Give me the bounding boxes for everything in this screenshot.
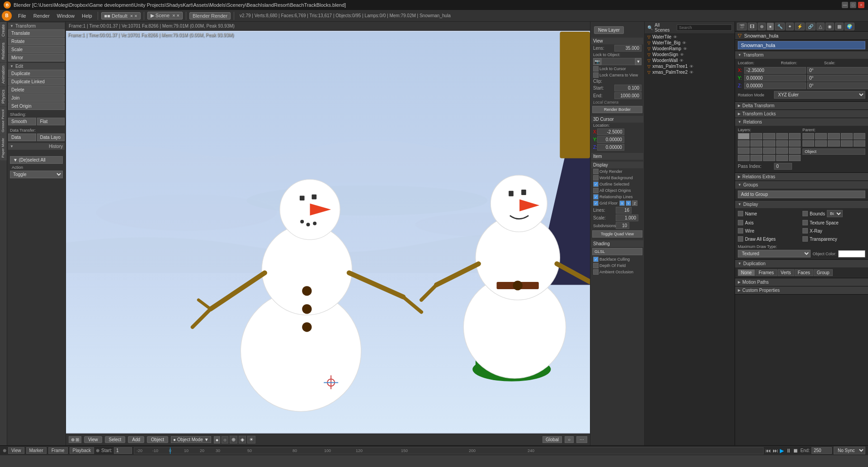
texture-props-btn[interactable]: ▩ xyxy=(835,23,844,30)
layer-1[interactable] xyxy=(738,133,750,139)
backface-culling-cb[interactable]: ✓ xyxy=(593,257,599,262)
outliner-item-palmtree2[interactable]: ▽ xmas_PalmTree2 👁 xyxy=(645,69,735,75)
edit-header[interactable]: Edit xyxy=(8,63,65,70)
3d-viewport[interactable]: Z X Frame:1 | Time:00:01.37 | Ve:10701 F… xyxy=(66,31,590,434)
parent-layer-9[interactable] xyxy=(841,140,853,147)
object-props-btn[interactable]: ● xyxy=(767,23,774,30)
timeline-ruler[interactable]: -20 -10 0 10 20 30 50 80 100 120 150 200… xyxy=(134,447,764,454)
physics-props-btn[interactable]: ⚡ xyxy=(795,23,805,30)
menu-help[interactable]: Help xyxy=(78,12,96,19)
3d-cursor-header[interactable]: 3D Cursor xyxy=(591,116,643,123)
solid-icon[interactable]: ● xyxy=(214,436,221,443)
scene-badge[interactable]: ▶ Scene × × xyxy=(147,12,183,19)
rot-x-input[interactable] xyxy=(807,67,868,74)
name-cb[interactable] xyxy=(738,211,743,216)
parent-field[interactable]: Object xyxy=(802,148,865,155)
parent-layer-8[interactable] xyxy=(828,140,840,147)
material-props-btn[interactable]: ◉ xyxy=(826,23,834,30)
mode-selector[interactable]: ● Object Mode ▼ xyxy=(171,436,211,443)
outline-selected-cb[interactable]: ✓ xyxy=(593,181,599,187)
world-props-btn[interactable]: 🌍 xyxy=(844,23,854,30)
data-props-btn[interactable]: △ xyxy=(816,23,825,30)
axis-cb[interactable] xyxy=(738,220,743,225)
grid-floor-cb[interactable]: ✓ xyxy=(593,200,599,206)
layer-12[interactable] xyxy=(750,148,762,154)
bounds-type-select[interactable]: Box xyxy=(827,210,843,217)
frame-menu-tl[interactable]: Frame xyxy=(48,447,68,454)
axis-y-cb[interactable]: Y xyxy=(626,200,631,206)
outliner-item-woodenwall[interactable]: ▽ WoodenWall 👁 xyxy=(645,57,735,63)
draw-type-select[interactable]: Textured xyxy=(738,250,811,257)
start-frame-input[interactable] xyxy=(114,447,132,454)
lines-input[interactable] xyxy=(616,207,632,214)
display-header[interactable]: Display xyxy=(735,200,868,208)
translate-btn[interactable]: Translate xyxy=(8,29,65,37)
rendered-icon[interactable]: ☀ xyxy=(247,436,255,443)
relationship-lines-cb[interactable]: ✓ xyxy=(593,194,599,200)
transform-header[interactable]: Transform xyxy=(8,23,65,29)
outliner-item-watertile[interactable]: ▽ WaterTile 👁 xyxy=(645,34,735,40)
scale-input[interactable] xyxy=(616,214,638,221)
loc-x-input[interactable] xyxy=(744,67,806,74)
transparency-cb[interactable] xyxy=(802,236,808,242)
snap-toggle[interactable]: ⋯ xyxy=(576,436,587,443)
scale-btn[interactable]: Scale xyxy=(8,46,65,53)
history-header[interactable]: History xyxy=(8,143,65,150)
action-select[interactable]: Toggle xyxy=(10,171,63,178)
deselect-all-btn[interactable]: ▼ (De)select All xyxy=(10,156,63,164)
close-btn[interactable]: × xyxy=(858,2,864,8)
texture-space-cb[interactable] xyxy=(802,220,808,225)
marker-menu-tl[interactable]: Marker xyxy=(26,447,47,454)
dup-verts-tab[interactable]: Verts xyxy=(778,269,794,276)
object-name-field[interactable] xyxy=(738,41,865,49)
frame-step-back-icon[interactable]: ⏮ xyxy=(765,448,771,454)
woodensign-eye[interactable]: 👁 xyxy=(680,52,684,57)
layer-18[interactable] xyxy=(763,155,775,161)
only-render-cb[interactable] xyxy=(593,169,599,174)
menu-render[interactable]: Render xyxy=(30,12,53,19)
render-border-btn[interactable]: Render Border xyxy=(592,106,642,113)
texture-icon[interactable]: ⊕ xyxy=(230,436,237,443)
view-menu-btn[interactable]: View xyxy=(84,436,102,443)
menu-file[interactable]: File xyxy=(14,12,30,19)
end-clip-input[interactable] xyxy=(614,92,642,99)
add-menu-btn[interactable]: Add xyxy=(128,436,144,443)
parent-layer-3[interactable] xyxy=(828,133,840,139)
item-header[interactable]: Item xyxy=(591,153,643,160)
wire-cb[interactable] xyxy=(738,228,743,234)
tab-relations[interactable]: Relations xyxy=(0,40,7,62)
tab-grease-pencil[interactable]: Grease Pencil xyxy=(0,107,7,135)
outliner-search[interactable] xyxy=(677,24,732,31)
layer-13[interactable] xyxy=(763,148,775,154)
layer-7[interactable] xyxy=(750,140,762,147)
scene-props-btn[interactable]: 🎞 xyxy=(748,23,757,30)
tab-animation[interactable]: Animation xyxy=(0,63,7,86)
delta-transform-header[interactable]: Delta Transform xyxy=(735,102,868,110)
layer-20[interactable] xyxy=(789,155,801,161)
dup-group-tab[interactable]: Group xyxy=(814,269,833,276)
ambient-occlusion-cb[interactable] xyxy=(593,269,599,275)
maximize-btn[interactable]: □ xyxy=(850,2,856,8)
lock-cursor-cb[interactable] xyxy=(593,66,599,71)
transform-orientation[interactable]: Global xyxy=(542,436,562,443)
parent-layer-2[interactable] xyxy=(815,133,827,139)
camera-field[interactable] xyxy=(601,58,635,65)
groups-header[interactable]: Groups xyxy=(735,181,868,189)
loc-y-input[interactable] xyxy=(744,75,806,81)
flat-btn[interactable]: Flat xyxy=(37,118,65,125)
play-back-icon[interactable]: ⏭ xyxy=(773,448,778,454)
menu-window[interactable]: Window xyxy=(53,12,78,19)
modifier-props-btn[interactable]: 🔧 xyxy=(775,23,785,30)
object-menu-btn[interactable]: Object xyxy=(147,436,168,443)
layer-14[interactable] xyxy=(776,148,788,154)
motion-paths-header[interactable]: Motion Paths xyxy=(735,278,868,286)
outliner-item-palmtree1[interactable]: ▽ xmas_PalmTree1 👁 xyxy=(645,63,735,69)
constraints-props-btn[interactable]: 🔗 xyxy=(806,23,816,30)
relations-extras-header[interactable]: Relations Extras xyxy=(735,173,868,181)
woodenwall-eye[interactable]: 👁 xyxy=(679,58,684,63)
layer-16[interactable] xyxy=(738,155,750,161)
parent-layer-6[interactable] xyxy=(802,140,814,147)
engine-badge[interactable]: Blender Render xyxy=(189,12,231,19)
outliner-item-watertile-big[interactable]: ▽ WaterTile_Big 👁 xyxy=(645,40,735,46)
layer-4[interactable] xyxy=(776,133,788,139)
